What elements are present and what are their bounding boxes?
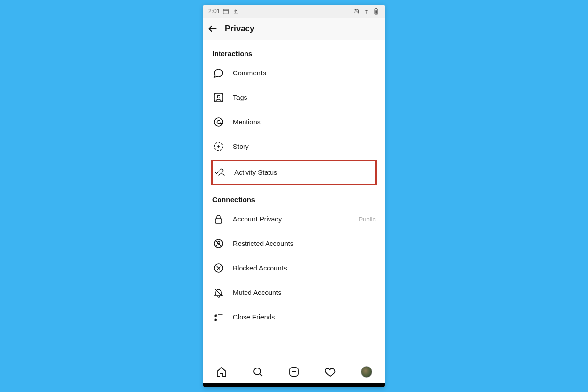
row-label: Tags (233, 94, 376, 101)
row-close-friends[interactable]: Close Friends (203, 305, 385, 329)
at-icon (212, 116, 225, 128)
row-comments[interactable]: Comments (203, 61, 385, 85)
status-bar: 2:01 (203, 5, 385, 18)
row-mentions[interactable]: Mentions (203, 110, 385, 134)
svg-rect-4 (375, 10, 377, 13)
svg-point-7 (214, 118, 223, 126)
row-label: Activity Status (234, 169, 374, 176)
app-bar: Privacy (203, 18, 385, 40)
row-label: Comments (233, 69, 376, 77)
svg-rect-0 (223, 9, 229, 14)
row-label: Restricted Accounts (233, 240, 376, 247)
row-label: Muted Accounts (233, 289, 376, 296)
wifi-icon (363, 8, 370, 15)
nav-search[interactable] (248, 362, 268, 382)
row-blocked[interactable]: Blocked Accounts (203, 256, 385, 280)
muted-icon (212, 286, 225, 299)
bottom-nav (203, 360, 385, 383)
plus-square-icon (288, 366, 300, 378)
activity-status-icon (214, 166, 226, 179)
row-muted[interactable]: Muted Accounts (203, 280, 385, 305)
row-label: Close Friends (233, 313, 376, 321)
search-icon (252, 366, 264, 378)
row-activity-status[interactable]: Activity Status (214, 166, 374, 179)
bell-off-icon (353, 8, 360, 15)
comment-icon (212, 67, 225, 79)
row-label: Blocked Accounts (233, 264, 376, 272)
lock-icon (212, 213, 225, 225)
nav-home[interactable] (212, 362, 231, 382)
svg-point-10 (220, 169, 223, 172)
gesture-bar (267, 384, 321, 386)
story-icon (212, 140, 225, 153)
nav-new-post[interactable] (284, 362, 304, 382)
row-tags[interactable]: Tags (203, 85, 385, 110)
heart-icon (324, 366, 336, 378)
row-label: Story (233, 143, 376, 150)
svg-rect-3 (376, 8, 377, 9)
svg-point-6 (217, 95, 220, 98)
back-arrow-icon[interactable] (207, 24, 218, 34)
nav-profile[interactable] (357, 362, 376, 382)
page-title: Privacy (225, 24, 255, 34)
row-account-privacy[interactable]: Account Privacy Public (203, 207, 385, 231)
highlight-activity-status: Activity Status (211, 160, 377, 185)
svg-point-1 (366, 13, 367, 13)
row-label: Account Privacy (233, 215, 351, 223)
restricted-icon (212, 237, 225, 250)
tag-user-icon (212, 91, 225, 104)
blocked-icon (212, 262, 225, 274)
row-restricted[interactable]: Restricted Accounts (203, 231, 385, 256)
section-header-connections: Connections (203, 186, 385, 207)
nav-activity[interactable] (320, 362, 340, 382)
upload-icon (232, 8, 239, 15)
home-icon (216, 366, 227, 378)
svg-rect-5 (214, 93, 223, 102)
svg-point-8 (217, 121, 220, 124)
close-friends-icon (212, 311, 225, 323)
calendar-icon (222, 8, 229, 15)
svg-rect-11 (215, 219, 222, 223)
row-value: Public (359, 216, 376, 223)
row-story[interactable]: Story (203, 134, 385, 159)
row-label: Mentions (233, 118, 376, 126)
section-header-interactions: Interactions (203, 40, 385, 61)
status-clock: 2:01 (208, 8, 220, 15)
phone-frame: 2:01 Privacy Interactions Comments Tags (203, 5, 385, 387)
settings-list: Interactions Comments Tags Mentions Stor… (203, 40, 385, 360)
svg-point-15 (254, 368, 261, 375)
profile-avatar-icon (361, 366, 372, 378)
battery-icon (373, 8, 380, 15)
